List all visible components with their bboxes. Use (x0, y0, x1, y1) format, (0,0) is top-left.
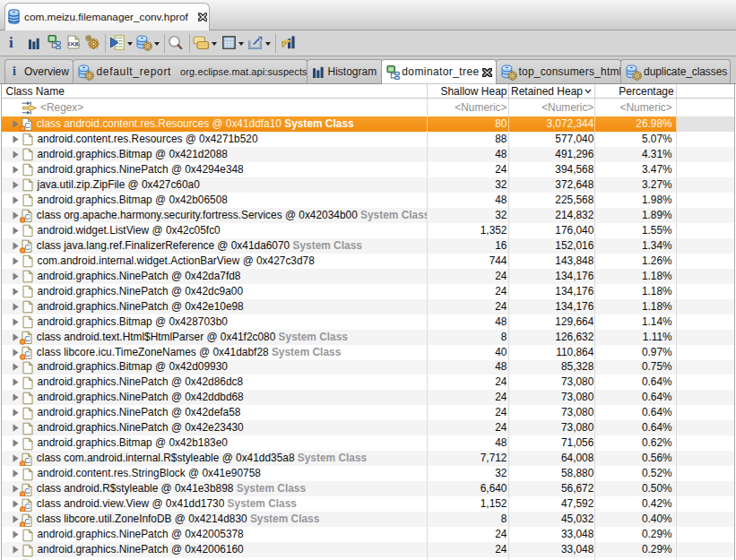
svg-text:C: C (25, 349, 31, 358)
svg-text:C: C (25, 455, 31, 464)
svg-text:OQL: OQL (68, 40, 80, 47)
svg-text:C: C (25, 121, 31, 130)
svg-text:C: C (25, 212, 31, 221)
svg-text:C: C (25, 334, 31, 343)
svg-text:C: C (25, 516, 31, 525)
svg-text:C: C (25, 501, 31, 510)
svg-text:C: C (25, 243, 31, 252)
svg-text:C: C (25, 486, 31, 495)
